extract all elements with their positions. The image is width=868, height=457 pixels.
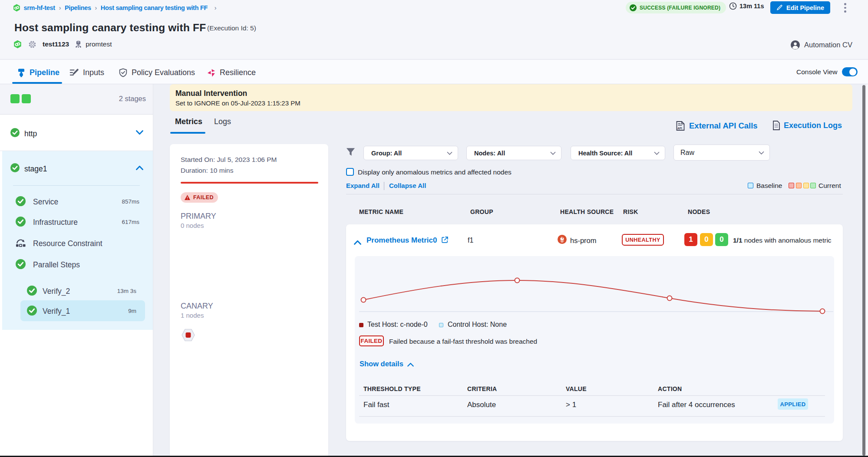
svg-text:API: API — [677, 127, 682, 130]
